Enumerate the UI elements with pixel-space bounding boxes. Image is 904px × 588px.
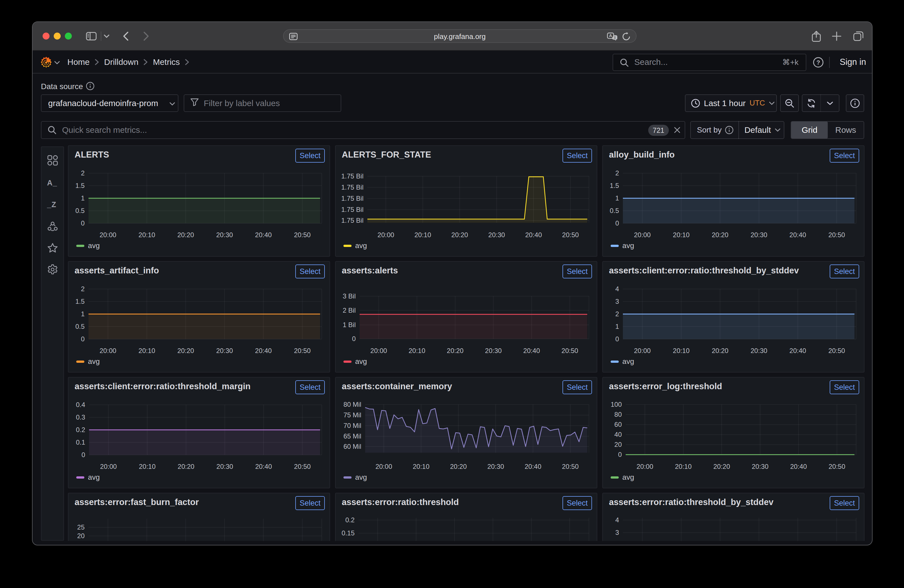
- svg-text:20:40: 20:40: [525, 231, 542, 239]
- svg-text:20:40: 20:40: [789, 231, 806, 239]
- svg-text:20:10: 20:10: [139, 463, 156, 470]
- svg-text:25: 25: [77, 523, 85, 531]
- svg-text:2: 2: [615, 169, 619, 177]
- svg-text:20:30: 20:30: [217, 463, 233, 470]
- svg-text:0: 0: [82, 451, 85, 458]
- svg-text:70 Mil: 70 Mil: [343, 422, 361, 429]
- svg-text:20:50: 20:50: [828, 231, 845, 239]
- svg-text:20:40: 20:40: [523, 347, 540, 354]
- svg-text:20:50: 20:50: [294, 231, 311, 239]
- svg-text:20:00: 20:00: [100, 231, 116, 239]
- svg-text:20:30: 20:30: [216, 347, 233, 354]
- svg-text:3: 3: [615, 298, 619, 305]
- svg-text:20:30: 20:30: [751, 347, 767, 354]
- svg-text:1: 1: [615, 194, 619, 202]
- svg-text:20:40: 20:40: [255, 231, 272, 239]
- svg-text:0: 0: [618, 451, 622, 458]
- svg-text:1.75 Bil: 1.75 Bil: [341, 172, 363, 180]
- svg-text:0.1: 0.1: [76, 438, 85, 446]
- svg-text:20:40: 20:40: [255, 347, 272, 354]
- svg-text:20:40: 20:40: [790, 463, 807, 470]
- svg-text:20:20: 20:20: [450, 463, 467, 470]
- svg-text:4: 4: [615, 285, 619, 292]
- svg-text:20:40: 20:40: [255, 463, 272, 470]
- svg-text:20:10: 20:10: [673, 347, 690, 354]
- svg-text:1.5: 1.5: [76, 298, 85, 305]
- svg-text:0.15: 0.15: [341, 529, 355, 537]
- svg-text:20:50: 20:50: [828, 347, 845, 354]
- svg-text:文: 文: [613, 36, 617, 39]
- svg-text:20:40: 20:40: [789, 347, 806, 354]
- svg-text:20:40: 20:40: [525, 463, 541, 470]
- svg-text:20:30: 20:30: [751, 231, 767, 239]
- svg-text:20:00: 20:00: [378, 231, 394, 239]
- svg-text:4: 4: [615, 516, 619, 524]
- svg-text:20:10: 20:10: [139, 347, 155, 354]
- svg-text:60 Mil: 60 Mil: [343, 443, 361, 450]
- svg-text:20:00: 20:00: [634, 347, 651, 354]
- svg-text:20:00: 20:00: [637, 463, 653, 470]
- svg-text:20:10: 20:10: [409, 347, 425, 354]
- svg-text:0: 0: [81, 335, 85, 343]
- svg-text:0.5: 0.5: [76, 207, 85, 214]
- svg-text:20:50: 20:50: [562, 463, 578, 470]
- svg-text:1 Bil: 1 Bil: [343, 321, 356, 329]
- svg-text:20:20: 20:20: [177, 347, 194, 354]
- svg-text:3 Bil: 3 Bil: [343, 292, 356, 300]
- svg-text:20:20: 20:20: [178, 463, 194, 470]
- svg-text:2: 2: [81, 285, 85, 292]
- svg-text:1.75 Bil: 1.75 Bil: [341, 183, 363, 191]
- svg-text:20:50: 20:50: [562, 231, 579, 239]
- svg-text:0.5: 0.5: [610, 207, 619, 214]
- svg-text:3: 3: [615, 529, 619, 536]
- svg-text:A: A: [609, 33, 612, 38]
- svg-text:20:10: 20:10: [675, 463, 692, 470]
- svg-text:100: 100: [611, 401, 622, 408]
- svg-text:1: 1: [615, 322, 619, 330]
- svg-text:0.2: 0.2: [76, 426, 85, 433]
- svg-text:2 Bil: 2 Bil: [343, 307, 356, 314]
- svg-text:20:50: 20:50: [294, 463, 311, 470]
- svg-text:1.75 Bil: 1.75 Bil: [341, 206, 363, 213]
- svg-text:20: 20: [614, 441, 622, 448]
- svg-text:20:20: 20:20: [712, 231, 729, 239]
- svg-text:75 Mil: 75 Mil: [343, 411, 361, 419]
- svg-text:20:10: 20:10: [413, 463, 430, 470]
- svg-text:40: 40: [614, 431, 622, 438]
- svg-text:20:50: 20:50: [828, 463, 845, 470]
- svg-text:20:00: 20:00: [100, 463, 117, 470]
- svg-text:1: 1: [81, 310, 85, 318]
- svg-text:1.75 Bil: 1.75 Bil: [341, 217, 363, 224]
- svg-text:0.5: 0.5: [76, 322, 85, 330]
- svg-text:20:50: 20:50: [294, 347, 311, 354]
- svg-text:0: 0: [615, 220, 619, 227]
- svg-text:20:30: 20:30: [752, 463, 768, 470]
- svg-text:0: 0: [615, 335, 619, 343]
- svg-text:20:10: 20:10: [673, 231, 690, 239]
- svg-text:?: ?: [816, 59, 820, 66]
- svg-text:20: 20: [77, 532, 85, 539]
- svg-text:20:30: 20:30: [216, 231, 233, 239]
- svg-text:1: 1: [81, 194, 85, 202]
- svg-text:0: 0: [352, 335, 356, 343]
- svg-text:20:30: 20:30: [487, 463, 504, 470]
- svg-text:20:10: 20:10: [414, 231, 431, 239]
- svg-text:0: 0: [81, 220, 85, 227]
- svg-text:20:50: 20:50: [561, 347, 578, 354]
- svg-text:20:30: 20:30: [488, 231, 505, 239]
- svg-text:80: 80: [614, 411, 622, 418]
- svg-text:20:30: 20:30: [485, 347, 502, 354]
- svg-text:60: 60: [614, 420, 622, 428]
- svg-text:20:00: 20:00: [370, 347, 387, 354]
- svg-text:20:20: 20:20: [713, 463, 730, 470]
- svg-text:80 Mil: 80 Mil: [343, 401, 361, 408]
- svg-text:1.5: 1.5: [76, 182, 85, 189]
- svg-text:20:20: 20:20: [447, 347, 463, 354]
- svg-text:1.75 Bil: 1.75 Bil: [341, 194, 363, 202]
- svg-text:0.2: 0.2: [345, 516, 355, 524]
- svg-text:20:20: 20:20: [712, 347, 729, 354]
- svg-text:0.4: 0.4: [76, 401, 85, 408]
- svg-text:20:00: 20:00: [375, 463, 392, 470]
- svg-text:1.5: 1.5: [610, 182, 619, 189]
- svg-text:2: 2: [615, 310, 619, 318]
